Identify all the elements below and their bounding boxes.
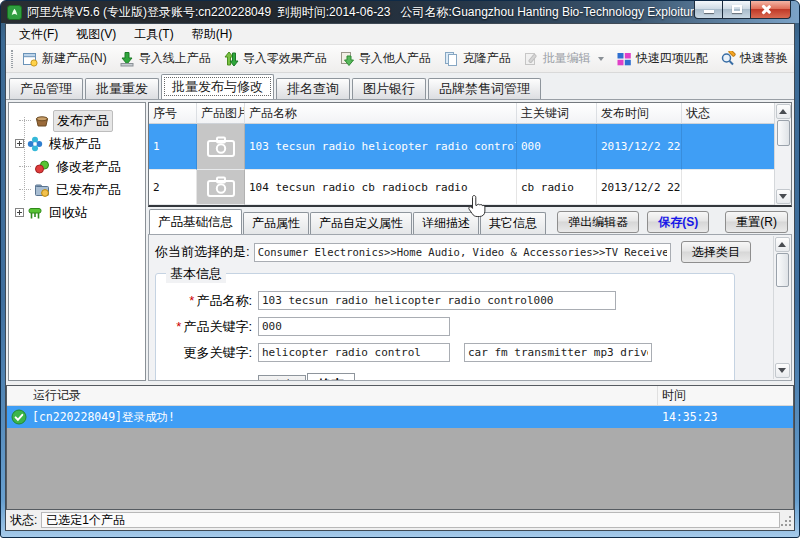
quad-match-icon	[616, 51, 632, 67]
clone-product-button[interactable]: 克隆产品	[437, 46, 517, 71]
basic-info-form: 你当前选择的是: 选择类目 基本信息 *产品名称: *产品关键字:	[148, 234, 792, 381]
quad-match-button[interactable]: 快速四项匹配	[610, 46, 714, 71]
image-tab-static[interactable]: 静态	[307, 373, 355, 381]
tree-item-label: 发布产品	[53, 110, 113, 132]
tree-item-template-product[interactable]: 模板产品	[15, 132, 145, 155]
log-message: [cn220228049]登录成功!	[32, 410, 175, 425]
image-tab-dynamic[interactable]: 动态	[258, 375, 306, 381]
column-header-time[interactable]: 发布时间	[597, 103, 682, 124]
clone-product-label: 克隆产品	[463, 50, 511, 67]
groupbox-title: 基本信息	[166, 265, 226, 283]
scroll-down-button[interactable]	[776, 189, 791, 204]
column-header-name[interactable]: 产品名称	[245, 103, 517, 124]
image-tab-strip: 动态 静态	[258, 372, 726, 381]
menu-help[interactable]: 帮助(H)	[183, 24, 242, 45]
row-time: 2013/12/2 22:29	[597, 170, 682, 205]
scroll-thumb[interactable]	[776, 253, 789, 287]
product-table: 序号 产品图片 产品名称 主关键词 发布时间 状态 1	[148, 102, 792, 207]
scroll-thumb[interactable]	[777, 120, 790, 146]
column-header-image[interactable]: 产品图片	[197, 103, 245, 124]
tab-rank-query[interactable]: 排名查询	[276, 78, 350, 99]
row-name: 104 tecsun radio cb radiocb radio	[245, 170, 517, 205]
tab-image-bank[interactable]: 图片银行	[352, 78, 426, 99]
tab-batch-publish-modify[interactable]: 批量发布与修改	[161, 74, 274, 99]
scroll-up-button[interactable]	[776, 104, 791, 119]
row-no: 1	[149, 124, 197, 170]
reset-button[interactable]: 重置(R)	[725, 211, 788, 233]
product-keyword-input[interactable]	[258, 317, 450, 336]
new-product-label: 新建产品(N)	[42, 50, 107, 67]
table-row-selected[interactable]: 1 103 tecsun radio helicopter radio cont…	[149, 124, 791, 170]
tab-product-attributes[interactable]: 产品属性	[243, 212, 309, 234]
log-header-record[interactable]: 运行记录	[7, 386, 658, 405]
tab-basic-info[interactable]: 产品基础信息	[149, 209, 242, 234]
row-time: 2013/12/2 22:29	[597, 124, 682, 170]
tab-batch-resend[interactable]: 批量重发	[85, 78, 159, 99]
tree-item-recycle-bin[interactable]: 回收站	[15, 201, 145, 224]
batch-edit-icon	[523, 51, 539, 67]
expand-plus-icon[interactable]	[15, 139, 24, 148]
new-product-button[interactable]: 新建产品(N)	[16, 46, 113, 71]
import-others-label: 导入他人产品	[359, 50, 431, 67]
product-keyword-row: *产品关键字:	[156, 317, 726, 336]
resize-grip[interactable]	[781, 516, 792, 527]
import-online-button[interactable]: 导入线上产品	[113, 46, 217, 71]
more-keyword-input-1[interactable]	[258, 343, 450, 362]
form-scrollbar[interactable]	[773, 236, 790, 379]
window-controls	[695, 1, 791, 19]
tab-detailed-description[interactable]: 详细描述	[413, 212, 479, 234]
menu-file[interactable]: 文件(F)	[10, 24, 67, 45]
category-path-input[interactable]	[254, 243, 671, 262]
row-keyword: 000	[517, 124, 597, 170]
tree-item-published-product[interactable]: 已发布产品	[15, 178, 145, 201]
tree-item-label: 回收站	[46, 203, 91, 223]
modify-old-product-icon	[34, 159, 50, 175]
product-name-input[interactable]	[258, 291, 616, 310]
tab-brand-banned-words[interactable]: 品牌禁售词管理	[428, 78, 541, 99]
import-zero-button[interactable]: 导入零效果产品	[217, 46, 333, 71]
success-check-icon	[11, 409, 27, 425]
required-mark: *	[176, 319, 181, 334]
quad-match-label: 快速四项匹配	[636, 50, 708, 67]
status-value: 已选定1个产品	[41, 512, 780, 528]
quick-replace-button[interactable]: 快速替换	[714, 46, 794, 71]
log-row-selected[interactable]: [cn220228049]登录成功! 14:35:23	[7, 406, 793, 428]
product-name-label: 产品名称:	[196, 293, 252, 308]
scroll-down-button[interactable]	[775, 363, 790, 378]
minimize-button[interactable]	[694, 1, 723, 19]
table-row[interactable]: 2 104 tecsun radio cb radiocb radio cb r…	[149, 170, 791, 205]
menu-view[interactable]: 视图(V)	[67, 24, 125, 45]
toolbar-grip[interactable]	[11, 50, 13, 68]
batch-edit-button[interactable]: 批量编辑	[517, 46, 610, 71]
detail-tab-bar: 产品基础信息 产品属性 产品自定义属性 详细描述 其它信息 弹出编辑器 保存(S…	[148, 207, 792, 234]
log-header-time[interactable]: 时间	[658, 386, 793, 405]
tab-other-info[interactable]: 其它信息	[480, 212, 546, 234]
log-header: 运行记录 时间	[7, 386, 793, 406]
category-label: 你当前选择的是:	[155, 243, 250, 261]
table-scrollbar[interactable]	[774, 103, 791, 205]
save-button[interactable]: 保存(S)	[647, 211, 709, 233]
product-image-label: 产品图片:	[156, 378, 252, 381]
tab-product-management[interactable]: 产品管理	[9, 78, 83, 99]
close-button[interactable]	[750, 1, 791, 19]
app-logo-icon	[7, 5, 22, 20]
menu-tools[interactable]: 工具(T)	[125, 24, 182, 45]
log-time: 14:35:23	[658, 410, 793, 424]
popup-editor-button[interactable]: 弹出编辑器	[557, 211, 639, 233]
maximize-button[interactable]	[722, 1, 751, 19]
choose-category-button[interactable]: 选择类目	[681, 241, 751, 263]
column-header-keyword[interactable]: 主关键词	[517, 103, 597, 124]
upload-product-button[interactable]: 上传产品	[794, 46, 795, 71]
template-product-icon	[27, 136, 43, 152]
import-others-icon	[339, 51, 355, 67]
tree-item-modify-old-product[interactable]: 修改老产品	[15, 155, 145, 178]
tree-item-publish-product[interactable]: 发布产品	[15, 109, 145, 132]
scroll-up-button[interactable]	[775, 237, 790, 252]
import-others-button[interactable]: 导入他人产品	[333, 46, 437, 71]
more-keyword-input-2[interactable]	[464, 343, 652, 362]
tab-custom-attributes[interactable]: 产品自定义属性	[310, 212, 412, 234]
expand-plus-icon[interactable]	[15, 208, 24, 217]
more-keywords-row: 更多关键字:	[156, 343, 726, 362]
column-header-no[interactable]: 序号	[149, 103, 197, 124]
client-area: 文件(F) 视图(V) 工具(T) 帮助(H) 新建产品(N)	[5, 23, 795, 531]
